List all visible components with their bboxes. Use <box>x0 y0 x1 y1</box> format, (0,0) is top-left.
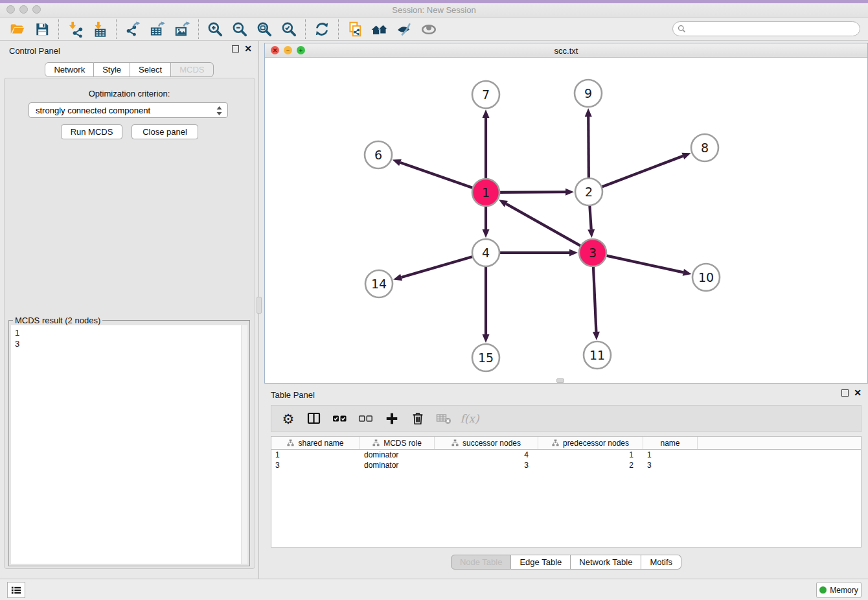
table-cell[interactable]: 3 <box>271 460 360 470</box>
canvas-splitter-handle[interactable] <box>556 378 564 383</box>
zoom-out-icon[interactable] <box>227 19 252 40</box>
float-table-panel-icon[interactable] <box>841 389 849 397</box>
table-row[interactable]: 1dominator411 <box>271 450 861 460</box>
node-table-body: 1dominator4113dominator323 <box>271 450 861 470</box>
table-cell[interactable]: 3 <box>643 460 698 470</box>
column-header-name[interactable]: name <box>643 437 698 449</box>
duplicate-network-icon[interactable] <box>343 19 367 40</box>
column-header-label: name <box>660 439 680 448</box>
show-columns-icon[interactable] <box>303 408 326 430</box>
graph-node-label-6: 6 <box>374 148 382 162</box>
table-cell[interactable]: 4 <box>435 450 538 460</box>
graph-edge-2-8[interactable] <box>602 156 683 187</box>
graph-edge-2-3[interactable] <box>589 206 591 229</box>
tab-select[interactable]: Select <box>130 62 171 77</box>
tab-mcds[interactable]: MCDS <box>171 62 213 77</box>
tab-style[interactable]: Style <box>94 62 130 77</box>
column-header-label: successor nodes <box>463 439 521 448</box>
graph-arrowhead <box>585 108 592 117</box>
network-window-titlebar[interactable]: ✕ − + scc.txt <box>265 43 867 58</box>
mcds-result-text[interactable]: 1 3 <box>11 325 247 564</box>
status-bar: Memory <box>0 579 868 600</box>
column-header-successor-nodes[interactable]: successor nodes <box>435 437 538 449</box>
tab-edge-table[interactable]: Edge Table <box>511 555 571 570</box>
float-panel-icon[interactable] <box>232 45 239 52</box>
export-table-icon[interactable] <box>145 19 170 40</box>
graph-edge-3-11[interactable] <box>593 267 596 332</box>
search-box[interactable] <box>672 21 860 36</box>
table-toolbar: ⚙ f(x) <box>271 405 862 432</box>
tab-network-table[interactable]: Network Table <box>571 555 641 570</box>
apply-function-icon[interactable]: f(x) <box>458 408 481 430</box>
home-layout-icon[interactable] <box>367 19 392 40</box>
graph-arrowhead <box>483 110 490 118</box>
task-history-button[interactable] <box>7 582 25 598</box>
network-canvas[interactable]: 7968124314101511 <box>265 58 867 383</box>
deselect-all-rows-icon[interactable] <box>354 408 378 430</box>
add-column-icon[interactable] <box>380 408 404 430</box>
mcds-result-title: MCDS result (2 nodes) <box>13 316 102 325</box>
column-header-MCDS-role[interactable]: MCDS role <box>360 437 435 449</box>
save-session-icon[interactable] <box>30 19 54 40</box>
table-panel: Table Panel ✕ ⚙ f(x) shared nameMCDS rol… <box>264 386 868 579</box>
export-network-icon[interactable] <box>120 19 145 40</box>
column-header-predecessor-nodes[interactable]: predecessor nodes <box>538 437 643 449</box>
node-table: shared nameMCDS rolesuccessor nodesprede… <box>271 436 862 548</box>
tab-network[interactable]: Network <box>45 62 94 77</box>
import-table-icon[interactable] <box>87 19 112 40</box>
close-table-panel-icon[interactable]: ✕ <box>854 389 862 397</box>
graph-edge-4-14[interactable] <box>402 257 472 277</box>
table-panel-title: Table Panel <box>271 390 315 400</box>
delete-table-icon[interactable] <box>432 408 455 430</box>
memory-button[interactable]: Memory <box>816 582 862 598</box>
table-cell[interactable]: 1 <box>271 450 360 460</box>
titlebar-accent <box>0 0 868 3</box>
search-input[interactable] <box>689 25 860 34</box>
control-panel: Control Panel ✕ Network Style Select MCD… <box>0 41 259 579</box>
import-network-icon[interactable] <box>63 19 87 40</box>
table-cell[interactable]: 1 <box>538 450 643 460</box>
export-image-icon[interactable] <box>170 19 194 40</box>
graph-edge-3-1[interactable] <box>506 204 580 246</box>
table-row[interactable]: 3dominator323 <box>271 460 861 470</box>
tab-motifs[interactable]: Motifs <box>641 555 681 570</box>
run-mcds-button[interactable]: Run MCDS <box>61 124 122 139</box>
table-cell[interactable]: 2 <box>538 460 643 470</box>
graph-edge-1-2[interactable] <box>500 192 565 192</box>
main-toolbar <box>0 17 868 41</box>
search-icon <box>678 25 686 33</box>
graph-node-label-2: 2 <box>585 185 593 199</box>
tab-node-table[interactable]: Node Table <box>451 555 512 570</box>
graph-edge-2-9[interactable] <box>588 117 589 178</box>
zoom-fit-icon[interactable] <box>252 19 277 40</box>
zoom-selected-icon[interactable] <box>277 19 301 40</box>
table-settings-icon[interactable]: ⚙ <box>277 408 300 430</box>
panel-splitter-handle[interactable] <box>257 297 262 314</box>
graph-arrowhead <box>588 229 595 238</box>
mcds-result-scrollbar[interactable] <box>241 325 247 564</box>
table-cell[interactable]: 3 <box>435 460 538 470</box>
graph-edge-1-6[interactable] <box>400 163 472 188</box>
zoom-in-icon[interactable] <box>203 19 227 40</box>
table-cell[interactable]: dominator <box>360 450 435 460</box>
network-graph[interactable]: 7968124314101511 <box>265 58 867 383</box>
select-all-rows-icon[interactable] <box>328 408 352 430</box>
close-panel-icon[interactable]: ✕ <box>244 45 252 52</box>
criterion-dropdown[interactable]: strongly connected component <box>29 102 228 118</box>
graph-node-label-4: 4 <box>482 246 490 260</box>
refresh-view-icon[interactable] <box>310 19 334 40</box>
delete-row-icon[interactable] <box>406 408 429 430</box>
table-cell[interactable]: 1 <box>643 450 698 460</box>
table-cell[interactable]: dominator <box>360 460 435 470</box>
close-panel-button[interactable]: Close panel <box>131 124 198 139</box>
graph-node-label-7: 7 <box>482 87 490 102</box>
hide-graphics-details-icon[interactable] <box>392 19 417 40</box>
criterion-value: strongly connected component <box>36 106 150 115</box>
open-file-icon[interactable] <box>5 19 30 40</box>
toggle-bird-eye-view-icon[interactable] <box>417 19 441 40</box>
column-header-shared-name[interactable]: shared name <box>271 437 360 449</box>
network-view-title: scc.txt <box>265 46 867 56</box>
graph-arrowhead <box>593 332 600 340</box>
graph-edge-3-10[interactable] <box>606 256 683 273</box>
graph-arrowhead <box>681 153 691 159</box>
